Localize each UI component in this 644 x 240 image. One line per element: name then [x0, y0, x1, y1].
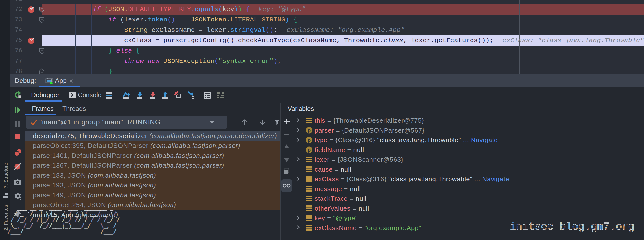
svg-text:p: p [308, 137, 311, 143]
svg-text:p: p [308, 147, 311, 153]
svg-text:p: p [308, 128, 311, 133]
